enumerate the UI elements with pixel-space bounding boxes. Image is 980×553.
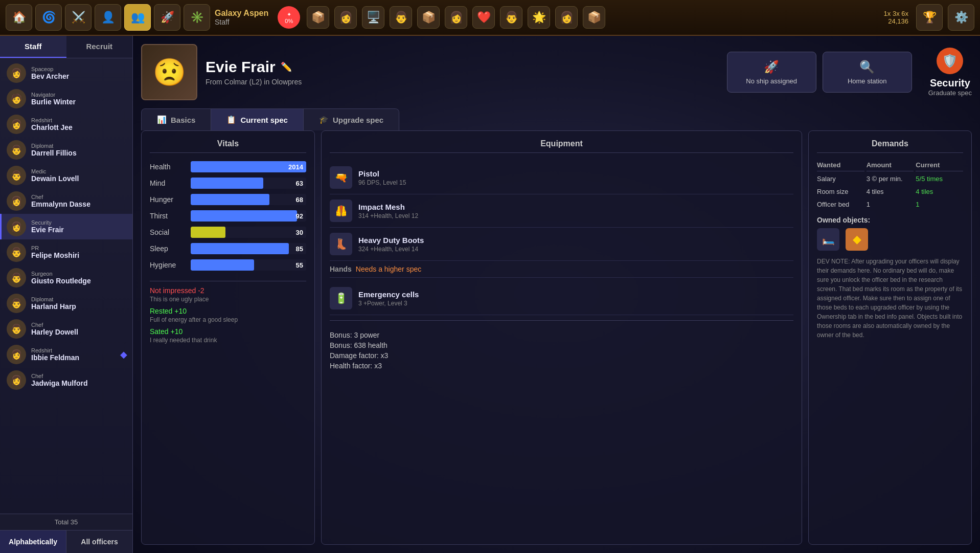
staff-avatar: 👨 [7, 268, 26, 287]
officer-name-block: Evie Frair ✏️ From Colmar (L2) in Olowpr… [206, 58, 719, 86]
equip-info: Impact Mesh 314 +Health, Level 12 [358, 203, 793, 219]
equip-bonus-line: Bonus: 638 health [330, 341, 793, 349]
staff-item[interactable]: 👩 Redshirt Charlott Jee [0, 112, 132, 137]
tab-upgrade-spec[interactable]: 🎓 Upgrade spec [304, 109, 399, 130]
staff-role: Navigator [31, 92, 127, 98]
equip-stats: 324 +Health, Level 14 [358, 246, 793, 253]
mood-entry: Sated +10 I really needed that drink [150, 327, 306, 344]
emergency-cells-item: 🔋 Emergency cells 3 +Power, Level 3 [330, 282, 793, 315]
nav-crew5[interactable]: 📦 [417, 6, 440, 29]
equip-bonus-line: Health factor: x3 [330, 362, 793, 370]
demands-wanted: Room size [817, 186, 864, 197]
nav-crew6[interactable]: 👩 [445, 6, 467, 29]
staff-item[interactable]: 👩 Security Evie Frair [0, 214, 132, 239]
tab-all-officers[interactable]: All officers [66, 530, 132, 553]
tab-current-spec[interactable]: 📋 Current spec [211, 109, 304, 130]
staff-avatar: 👨 [7, 140, 26, 160]
demands-panel: Demands Wanted Amount Current Salary3 © … [808, 130, 972, 545]
nav-home[interactable]: 🏠 [6, 4, 32, 31]
tab-basics[interactable]: 📊 Basics [142, 109, 211, 130]
staff-avatar: 👨 [7, 166, 26, 185]
staff-item[interactable]: 👨 Chef Harley Dowell [0, 316, 132, 342]
tab-recruit[interactable]: Recruit [66, 36, 133, 58]
vital-bar [191, 243, 289, 254]
tab-alphabetically[interactable]: Alphabetically [0, 530, 66, 553]
staff-item[interactable]: 👨 Surgeon Giusto Routledge [0, 265, 132, 291]
mood-desc: Full of energy after a good sleep [150, 316, 306, 323]
nav-crew11[interactable]: 📦 [583, 6, 605, 29]
nav-crew8[interactable]: 👨 [500, 6, 522, 29]
needs-spec-text: Needs a higher spec [356, 265, 421, 273]
vital-row: Health 2014 [150, 161, 306, 172]
staff-item[interactable]: 👨 PR Felipe Moshiri [0, 239, 132, 265]
staff-avatar: 👩 [7, 63, 26, 83]
content-area: 😟 Evie Frair ✏️ From Colmar (L2) in Olow… [133, 36, 980, 553]
mood-title: Sated +10 [150, 327, 306, 336]
home-station-button[interactable]: 🔍 Home station [823, 52, 912, 93]
demands-amount: 4 tiles [867, 186, 914, 197]
staff-info: Chef Emmalynn Dasse [31, 194, 127, 208]
staff-role: Diplomat [31, 296, 127, 302]
vital-bar [191, 227, 225, 238]
nav-crew2[interactable]: 👩 [334, 6, 357, 29]
demands-title: Demands [817, 139, 963, 153]
vital-bar-container: 2014 [191, 161, 306, 172]
nav-staff[interactable]: 👥 [124, 4, 151, 31]
percent-indicator: ✦0% [278, 6, 300, 29]
spec-subtitle: Graduate spec [928, 89, 972, 97]
trophy-icon[interactable]: 🏆 [916, 4, 943, 31]
sidebar: Staff Recruit 👩 Spaceop Bev Archer 🧑 Nav… [0, 36, 133, 553]
equip-hands-row: Hands Needs a higher spec [330, 261, 793, 277]
mood-desc: I really needed that drink [150, 337, 306, 344]
demands-wanted: Salary [817, 173, 864, 184]
staff-name: Felipe Moshiri [31, 251, 127, 259]
staff-item[interactable]: 🧑 Navigator Burlie Winter [0, 86, 132, 112]
equip-info: Heavy Duty Boots 324 +Health, Level 14 [358, 236, 793, 253]
edit-name-icon[interactable]: ✏️ [281, 61, 292, 73]
top-nav: 🏠 🌀 ⚔️ 👤 👥 🚀 ✳️ Galaxy Aspen Staff ✦0% 📦… [0, 0, 980, 36]
nav-crew3[interactable]: 🖥️ [362, 6, 384, 29]
staff-name: Emmalynn Dasse [31, 200, 127, 208]
nav-grid[interactable]: ✳️ [184, 4, 210, 31]
tab-staff[interactable]: Staff [0, 36, 66, 58]
nav-crew9[interactable]: 🌟 [528, 6, 550, 29]
staff-role: Medic [31, 168, 127, 174]
staff-item[interactable]: 👩 Spaceop Bev Archer [0, 60, 132, 86]
nav-ship[interactable]: 🚀 [154, 4, 180, 31]
nav-right: 1x 3x 6x 24,136 🏆 ⚙️ [884, 4, 976, 31]
no-ship-label: No ship assigned [746, 77, 797, 85]
station-sub: Staff [215, 18, 268, 26]
staff-role: Chef [31, 373, 127, 379]
nav-crew7[interactable]: ❤️ [472, 6, 495, 29]
staff-item[interactable]: 👩 Redshirt Ibbie Feldman ◆ [0, 342, 132, 367]
vital-bar [191, 210, 297, 222]
staff-avatar: 👨 [7, 294, 26, 313]
nav-combat[interactable]: ⚔️ [65, 4, 92, 31]
nav-galaxy[interactable]: 🌀 [35, 4, 62, 31]
nav-crew4[interactable]: 👨 [390, 6, 412, 29]
vital-label: Mind [150, 179, 191, 187]
portrait-emoji: 😟 [153, 57, 186, 88]
staff-name: Harley Dowell [31, 328, 127, 336]
panels-row: Vitals Health 2014 Mind 63 Hunger 68 Thi… [141, 130, 972, 545]
nav-crew1[interactable]: 📦 [307, 6, 329, 29]
nav-person[interactable]: 👤 [95, 4, 121, 31]
officer-portrait: 😟 [141, 44, 197, 100]
settings-icon[interactable]: ⚙️ [948, 4, 974, 31]
demands-amount: 3 © per min. [867, 173, 914, 184]
staff-avatar: 👩 [7, 345, 26, 364]
staff-item[interactable]: 👩 Chef Jadwiga Mulford [0, 367, 132, 393]
nav-crew10[interactable]: 👩 [555, 6, 578, 29]
officer-origin: From Colmar (L2) in Olowpres [206, 78, 719, 86]
staff-item[interactable]: 👨 Diplomat Harland Harp [0, 291, 132, 316]
demands-header-current: Current [916, 161, 963, 171]
no-ship-button[interactable]: 🚀 No ship assigned [727, 52, 816, 93]
staff-item[interactable]: 👨 Diplomat Darrell Fillios [0, 137, 132, 163]
emergency-name: Emergency cells [358, 290, 793, 299]
staff-item[interactable]: 👩 Chef Emmalynn Dasse [0, 188, 132, 214]
staff-item[interactable]: 👨 Medic Dewain Lovell [0, 163, 132, 188]
emergency-icon: 🔋 [330, 287, 352, 309]
upgrade-spec-label: Upgrade spec [333, 116, 383, 124]
staff-avatar: 👩 [7, 115, 26, 134]
main-tabs: 📊 Basics 📋 Current spec 🎓 Upgrade spec [141, 108, 399, 130]
